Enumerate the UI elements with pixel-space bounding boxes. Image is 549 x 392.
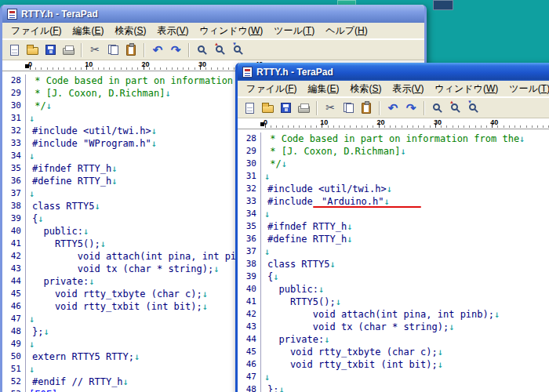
search-button[interactable] xyxy=(429,100,446,117)
line-number: 29 xyxy=(238,145,261,158)
menu-item-t[interactable]: ツール(T) xyxy=(504,81,549,97)
search-previous-button[interactable] xyxy=(212,42,229,59)
menu-item-s[interactable]: 検索(S) xyxy=(109,23,151,39)
linebreak-mark: ↓ xyxy=(29,339,35,350)
code-text: #include <util/twi.h>↓ xyxy=(26,125,157,137)
linebreak-mark: ↓ xyxy=(264,209,270,220)
linebreak-mark: ↓ xyxy=(202,301,208,312)
ruler-number: 30 xyxy=(434,118,442,126)
desktop-icon[interactable] xyxy=(433,0,453,10)
redo-button[interactable] xyxy=(167,42,184,59)
line-number: 50 xyxy=(2,350,26,363)
ruler-number: 0 xyxy=(28,60,32,68)
linebreak-mark: ↓ xyxy=(202,289,208,299)
code-text: void attach(int pina, int pinb);↓ xyxy=(261,308,500,321)
code-text: #define RTTY_h↓ xyxy=(261,233,352,245)
ruler-number: 10 xyxy=(320,118,328,126)
terapad-window-foreground[interactable]: RTTY.h - TeraPad ファイル(F)編集(E)検索(S)表示(V)ウ… xyxy=(235,63,549,392)
line-number: 32 xyxy=(238,183,261,195)
titlebar[interactable]: RTTY.h - TeraPad xyxy=(238,63,549,81)
linebreak-mark: ↓ xyxy=(519,133,525,144)
open-file-button[interactable] xyxy=(259,100,276,117)
search-icon xyxy=(433,103,440,111)
code-text: void attach(int pina, int pinb);↓ xyxy=(26,250,264,263)
code-text: };↓ xyxy=(26,325,49,338)
save-button[interactable] xyxy=(42,42,59,59)
new-document-icon xyxy=(245,103,254,114)
line-number: 34 xyxy=(2,150,26,162)
menu-item-f[interactable]: ファイル(F) xyxy=(5,23,67,39)
linebreak-mark: ↓ xyxy=(29,188,35,199)
linebreak-mark: ↓ xyxy=(123,376,129,387)
cut-button[interactable] xyxy=(322,100,339,117)
line-number: 31 xyxy=(238,170,261,183)
search-next-button[interactable] xyxy=(465,100,482,117)
menu-item-h[interactable]: ヘルプ(H) xyxy=(320,23,373,39)
undo-icon xyxy=(153,44,163,56)
linebreak-mark: ↓ xyxy=(400,146,405,157)
menu-item-e[interactable]: 編集(E) xyxy=(67,23,109,39)
line-number: 37 xyxy=(238,245,261,258)
line-number: 44 xyxy=(238,333,261,346)
line-number: 28 xyxy=(2,74,26,87)
search-previous-icon xyxy=(216,45,223,53)
undo-button[interactable] xyxy=(149,42,166,59)
print-icon xyxy=(63,45,75,55)
line-number: 47 xyxy=(2,313,26,325)
linebreak-mark: ↓ xyxy=(329,259,335,270)
menu-item-w[interactable]: ウィンドウ(W) xyxy=(195,23,269,39)
menu-item-v[interactable]: 表示(V) xyxy=(387,81,430,97)
new-document-button[interactable] xyxy=(5,42,23,59)
line-number: 35 xyxy=(2,162,26,175)
linebreak-mark: ↓ xyxy=(494,309,500,320)
print-button[interactable] xyxy=(60,42,77,59)
code-line: 45 void rtty_txbyte (char c);↓ xyxy=(238,346,549,358)
code-text: {↓ xyxy=(261,270,278,283)
search-previous-button[interactable] xyxy=(447,100,464,117)
line-number: 46 xyxy=(238,358,261,371)
editor-area[interactable]: 28 * Code based in part on information f… xyxy=(238,129,549,392)
undo-button[interactable] xyxy=(384,100,402,117)
line-number: 48 xyxy=(238,383,261,392)
open-file-button[interactable] xyxy=(24,42,41,59)
linebreak-mark: ↓ xyxy=(384,196,390,207)
menu-item-f[interactable]: ファイル(F) xyxy=(241,81,302,97)
line-number: 47 xyxy=(238,371,261,383)
code-text: ↓ xyxy=(261,245,270,258)
code-text: private:↓ xyxy=(261,333,329,346)
new-document-button[interactable] xyxy=(241,100,258,117)
code-text: #ifndef RTTY_h↓ xyxy=(26,162,117,175)
menu-item-e[interactable]: 編集(E) xyxy=(302,81,344,97)
redo-button[interactable] xyxy=(402,100,420,117)
search-button[interactable] xyxy=(194,42,211,59)
print-button[interactable] xyxy=(295,100,312,117)
search-next-button[interactable] xyxy=(230,42,247,59)
line-number: 43 xyxy=(2,263,26,275)
search-icon xyxy=(198,45,205,53)
linebreak-mark: ↓ xyxy=(449,321,454,332)
menu-item-w[interactable]: ウィンドウ(W) xyxy=(430,81,504,97)
code-line: 28 * Code based in part on information f… xyxy=(238,132,549,145)
menu-item-s[interactable]: 検索(S) xyxy=(344,81,387,97)
line-number: 40 xyxy=(238,283,261,296)
code-text: #ifndef RTTY_h↓ xyxy=(261,220,352,233)
cut-button[interactable] xyxy=(86,42,104,59)
menu-item-t[interactable]: ツール(T) xyxy=(268,23,320,39)
save-icon xyxy=(45,45,56,55)
toolbar-separator xyxy=(424,101,425,115)
code-line: 35#ifndef RTTY_h↓ xyxy=(238,220,549,233)
paste-button[interactable] xyxy=(122,42,140,59)
save-button[interactable] xyxy=(277,100,294,117)
linebreak-mark: ↓ xyxy=(83,226,89,237)
code-text: private:↓ xyxy=(26,275,94,288)
linebreak-mark: ↓ xyxy=(336,296,341,307)
ruler-numbers: 010203040 xyxy=(265,118,549,129)
line-number: 40 xyxy=(2,225,26,238)
copy-button[interactable] xyxy=(104,42,122,59)
titlebar[interactable]: RTTY.h - TeraPad xyxy=(2,5,424,23)
copy-button[interactable] xyxy=(340,100,357,117)
line-number: 38 xyxy=(2,200,26,212)
paste-button[interactable] xyxy=(358,100,375,117)
menu-item-v[interactable]: 表示(V) xyxy=(152,23,195,39)
toolbar-separator xyxy=(379,101,380,115)
